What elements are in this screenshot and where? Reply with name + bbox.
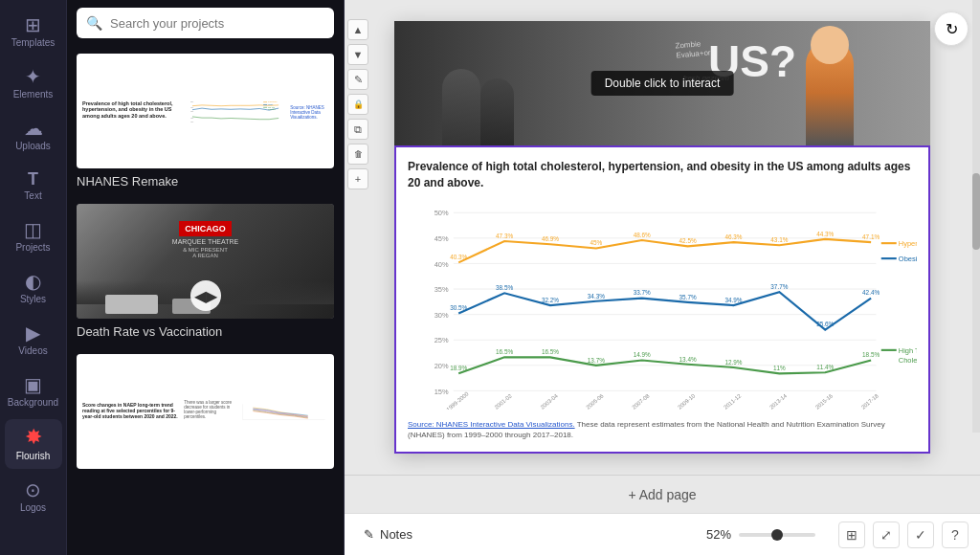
text-label: Text <box>24 190 41 201</box>
svg-text:10%: 10% <box>190 121 194 122</box>
scroll-up-btn[interactable]: ▲ <box>347 19 368 40</box>
svg-text:2011-12: 2011-12 <box>723 392 742 410</box>
flourish-icon: ✸ <box>25 427 42 448</box>
list-item[interactable]: CHICAGO MARQUEE THEATRE & MIC PRESENTA R… <box>67 196 344 346</box>
svg-text:42.4%: 42.4% <box>862 289 880 296</box>
svg-text:46.9%: 46.9% <box>542 235 559 242</box>
sidebar-item-projects[interactable]: ◫ Projects <box>5 212 62 260</box>
svg-text:34.3%: 34.3% <box>588 292 605 299</box>
sidebar-item-templates[interactable]: ⊞ Templates <box>5 8 62 56</box>
videos-icon: ▶ <box>26 323 40 343</box>
add-page-bar[interactable]: + Add page <box>345 475 980 513</box>
elements-icon: ✦ <box>25 67 41 86</box>
sidebar-item-text[interactable]: T Text <box>5 163 62 209</box>
left-scroll-area: ▲ ▼ ✎ 🔒 ⧉ 🗑 + <box>345 0 371 475</box>
sidebar-item-flourish[interactable]: ✸ Flourish <box>5 419 62 469</box>
svg-text:15%: 15% <box>190 117 194 118</box>
svg-text:2007-08: 2007-08 <box>631 392 650 410</box>
chart-area[interactable]: Prevalence of high total cholesterol, hy… <box>394 145 930 454</box>
search-icon: 🔍 <box>86 15 102 31</box>
svg-text:25%: 25% <box>434 336 449 344</box>
background-label: Background <box>8 397 58 408</box>
delete-btn[interactable]: 🗑 <box>347 144 368 165</box>
svg-text:30%: 30% <box>434 310 449 319</box>
uploads-label: Uploads <box>15 141 51 151</box>
videos-label: Videos <box>18 345 47 356</box>
refresh-button[interactable]: ↻ <box>934 11 969 46</box>
svg-text:50%: 50% <box>190 101 194 102</box>
svg-text:32.2%: 32.2% <box>542 296 559 302</box>
svg-text:Obesity: Obesity <box>268 103 274 105</box>
copy-btn[interactable]: ⧉ <box>347 119 368 140</box>
svg-text:20%: 20% <box>434 362 449 370</box>
search-input[interactable] <box>110 16 324 31</box>
svg-text:13.7%: 13.7% <box>588 356 605 363</box>
chicago-sign-text: CHICAGO <box>179 221 232 236</box>
svg-text:2001-02: 2001-02 <box>494 392 513 410</box>
svg-text:12.9%: 12.9% <box>724 358 742 365</box>
svg-text:High Total: High Total <box>268 106 276 108</box>
background-icon: ▣ <box>24 375 42 394</box>
svg-text:1999-2000: 1999-2000 <box>445 390 470 410</box>
bottom-icons: ⊞ ⤢ ✓ ? <box>838 522 969 548</box>
project-name-chicago: Death Rate vs Vaccination <box>77 324 334 339</box>
svg-text:35.7%: 35.7% <box>679 293 697 300</box>
nav-arrow[interactable]: ◀▶ <box>190 280 221 311</box>
logos-icon: ⊙ <box>25 480 41 500</box>
chart-source: Source: NHANES Interactive Data Visualiz… <box>408 419 917 440</box>
grid-icon[interactable]: ⊞ <box>838 522 865 548</box>
add-element-btn[interactable]: + <box>347 168 368 189</box>
project-name-nhanes: NHANES Remake <box>77 174 334 189</box>
svg-text:Obesity: Obesity <box>899 255 917 263</box>
sidebar-item-logos[interactable]: ⊙ Logos <box>5 473 62 521</box>
sidebar-item-styles[interactable]: ◐ Styles <box>5 264 62 312</box>
svg-text:16.5%: 16.5% <box>542 348 559 355</box>
sidebar-item-elements[interactable]: ✦ Elements <box>5 59 62 107</box>
svg-text:2017-18: 2017-18 <box>860 392 880 410</box>
svg-text:25.6%: 25.6% <box>816 321 834 327</box>
svg-text:18.9%: 18.9% <box>450 365 467 371</box>
projects-label: Projects <box>15 242 50 253</box>
svg-text:40%: 40% <box>190 111 194 112</box>
styles-label: Styles <box>20 294 46 304</box>
source-link: Source: NHANES Interactive Data Visualiz… <box>408 420 575 429</box>
notes-icon: ✎ <box>364 527 374 542</box>
check-icon[interactable]: ✓ <box>907 522 934 548</box>
right-scrollbar[interactable] <box>972 0 980 433</box>
styles-icon: ◐ <box>25 272 41 291</box>
project-list: Prevalence of high total cholesterol, hy… <box>67 46 344 555</box>
slide-top-image[interactable]: US? ZombieEvalua+or fresh gezprim Double… <box>394 21 930 145</box>
svg-text:14.9%: 14.9% <box>634 351 651 358</box>
notes-button[interactable]: ✎ Notes <box>356 523 420 545</box>
scroll-down-btn[interactable]: ▼ <box>347 44 368 65</box>
lock-btn[interactable]: 🔒 <box>347 94 368 115</box>
svg-text:30.5%: 30.5% <box>450 304 467 311</box>
edit-btn[interactable]: ✎ <box>347 69 368 90</box>
svg-text:47.1%: 47.1% <box>862 233 880 240</box>
svg-text:37.7%: 37.7% <box>770 283 788 290</box>
svg-text:47.3%: 47.3% <box>496 232 513 238</box>
sidebar-item-videos[interactable]: ▶ Videos <box>5 316 62 364</box>
help-icon[interactable]: ? <box>942 522 969 548</box>
chicago-image: CHICAGO MARQUEE THEATRE & MIC PRESENTA R… <box>77 204 334 319</box>
scrollbar-thumb <box>972 173 980 250</box>
templates-icon: ⊞ <box>25 15 41 34</box>
list-item[interactable]: Prevalence of high total cholesterol, hy… <box>67 46 344 196</box>
svg-text:38.5%: 38.5% <box>496 284 513 291</box>
text-icon: T <box>28 170 38 188</box>
search-bar[interactable]: 🔍 <box>77 8 334 38</box>
svg-text:Hypertension: Hypertension <box>268 100 278 102</box>
svg-text:2009-10: 2009-10 <box>677 392 697 410</box>
svg-text:34.9%: 34.9% <box>724 296 742 302</box>
sidebar-item-background[interactable]: ▣ Background <box>5 367 62 415</box>
project-thumbnail-naep: Score changes in NAEP long-term trend re… <box>77 354 334 469</box>
zoom-slider[interactable] <box>739 533 815 537</box>
svg-text:48.6%: 48.6% <box>634 231 651 237</box>
templates-label: Templates <box>11 37 56 48</box>
sidebar-item-uploads[interactable]: ☁ Uploads <box>5 111 62 159</box>
list-item[interactable]: Score changes in NAEP long-term trend re… <box>67 346 344 482</box>
notes-label: Notes <box>380 527 412 542</box>
project-thumbnail-chicago: CHICAGO MARQUEE THEATRE & MIC PRESENTA R… <box>77 204 334 319</box>
svg-text:High Total: High Total <box>899 346 917 355</box>
fullscreen-icon[interactable]: ⤢ <box>873 522 900 548</box>
